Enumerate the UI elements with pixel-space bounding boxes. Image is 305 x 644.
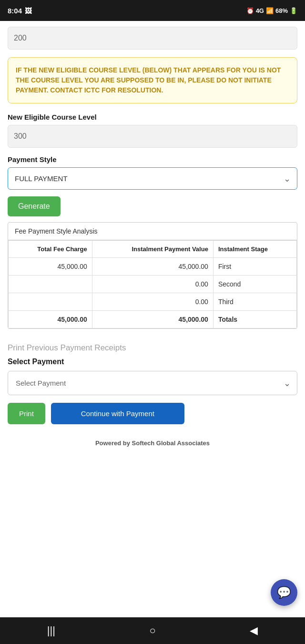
col-total-fee: Total Fee Charge [9, 241, 92, 258]
cell-total-fee: 45,000.00 [9, 311, 92, 328]
status-right: ⏰ 4G 📶 68% 🔋 [246, 7, 297, 14]
new-eligible-label: New Eligible Course Level [8, 113, 297, 121]
warning-box: IF THE NEW ELIGIBLE COURSE LEVEL (BELOW)… [8, 57, 297, 103]
cell-total-fee: 45,000.00 [9, 258, 92, 276]
footer-suffix: Global Associates [156, 440, 210, 447]
cell-stage: Second [213, 276, 296, 293]
print-button[interactable]: Print [8, 403, 45, 424]
nav-back-button[interactable]: ◀ [238, 621, 269, 641]
cell-instalment-value: 0.00 [92, 276, 213, 293]
payment-style-label: Payment Style [8, 155, 297, 164]
signal-bars-icon: 📶 [266, 7, 274, 14]
network-label: 4G [256, 7, 264, 14]
status-bar: 8:04 🖼 ⏰ 4G 📶 68% 🔋 [0, 0, 305, 21]
generate-button[interactable]: Generate [8, 196, 61, 216]
alarm-icon: ⏰ [246, 7, 254, 14]
current-level-field: 200 [8, 27, 297, 50]
select-payment-label: Select Payment [8, 358, 297, 366]
fee-table: Total Fee Charge Instalment Payment Valu… [8, 240, 297, 328]
powered-by-text: Powered by [95, 440, 130, 447]
warning-text: IF THE NEW ELIGIBLE COURSE LEVEL (BELOW)… [16, 65, 289, 95]
brand-name: Softech [132, 440, 155, 447]
cell-stage: Third [213, 293, 296, 311]
action-buttons: Print Continue with Payment [8, 403, 297, 424]
cell-stage: First [213, 258, 296, 276]
table-row: 45,000.0045,000.00Totals [9, 311, 297, 328]
cell-instalment-value: 45,000.00 [92, 311, 213, 328]
battery-display: 68% [275, 7, 288, 14]
payment-style-wrapper: FULL PAYMENT ⌄ [8, 167, 297, 190]
cell-instalment-value: 0.00 [92, 293, 213, 311]
chat-fab-button[interactable]: 💬 [271, 579, 297, 606]
cell-total-fee [9, 293, 92, 311]
chat-icon: 💬 [277, 586, 291, 599]
cell-instalment-value: 45,000.00 [92, 258, 213, 276]
table-row: 0.00Third [9, 293, 297, 311]
cell-stage: Totals [213, 311, 296, 328]
new-level-field: 300 [8, 125, 297, 148]
time-display: 8:04 [8, 7, 22, 15]
footer: Powered by Softech Global Associates [8, 434, 297, 452]
continue-payment-button[interactable]: Continue with Payment [51, 403, 184, 424]
battery-icon: 🔋 [290, 7, 297, 14]
select-payment-wrapper: Select Payment ⌄ [8, 371, 297, 395]
nav-menu-button[interactable]: ||| [36, 621, 67, 641]
table-row: 0.00Second [9, 276, 297, 293]
previous-payments-title: Print Previous Payment Receipts [8, 343, 297, 353]
table-title: Fee Payment Style Analysis [8, 223, 297, 240]
bottom-navigation: ||| ○ ◀ [0, 617, 305, 644]
select-payment-dropdown[interactable]: Select Payment [8, 371, 297, 395]
main-content: 200 IF THE NEW ELIGIBLE COURSE LEVEL (BE… [0, 21, 305, 491]
table-row: 45,000.0045,000.00First [9, 258, 297, 276]
fee-table-container: Fee Payment Style Analysis Total Fee Cha… [8, 222, 297, 329]
col-stage: Instalment Stage [213, 241, 296, 258]
payment-style-select[interactable]: FULL PAYMENT [8, 167, 297, 190]
nav-home-button[interactable]: ○ [138, 621, 167, 641]
image-icon: 🖼 [25, 7, 32, 15]
cell-total-fee [9, 276, 92, 293]
status-left: 8:04 🖼 [8, 7, 32, 15]
col-instalment: Instalment Payment Value [92, 241, 213, 258]
